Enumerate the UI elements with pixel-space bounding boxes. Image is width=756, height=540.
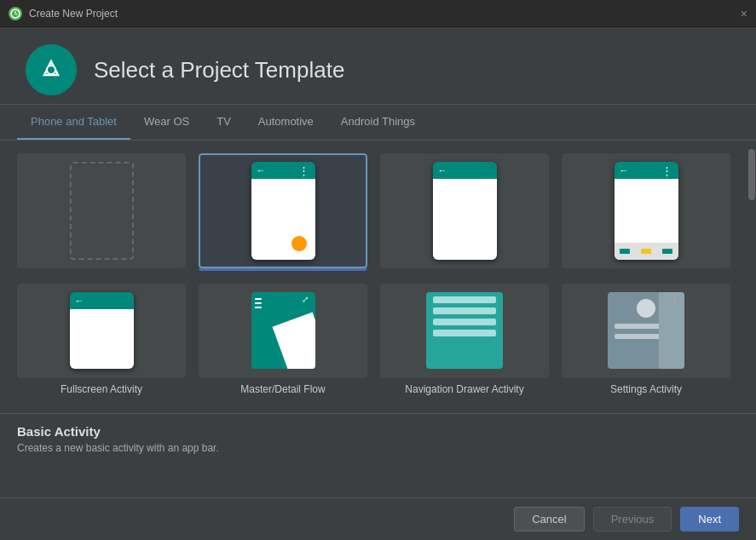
phone-body: [251, 179, 315, 260]
master-detail-preview: ⤢: [199, 284, 367, 379]
expand-icon: ⤢: [121, 312, 129, 323]
settings-preview: ⋮: [562, 284, 730, 379]
scrollbar-thumb[interactable]: [748, 149, 755, 200]
basic-activity-label: Basic Activity: [199, 268, 367, 271]
selected-template-description: Creates a new basic activity with an app…: [17, 442, 739, 454]
template-basic-activity[interactable]: ← ⋮ Basic Activity: [199, 153, 367, 271]
fullscreen-back-icon: ←: [75, 296, 84, 306]
tab-automotive[interactable]: Automotive: [245, 105, 327, 140]
bottom-nav-item-1: [620, 249, 630, 254]
list-line-3: [433, 319, 496, 325]
footer: Cancel Previous Next: [0, 497, 756, 540]
fab-button: [291, 236, 307, 251]
back-arrow-icon: ←: [257, 165, 266, 175]
template-bottom-navigation[interactable]: ← ⋮ Bottom Navigation Activity: [562, 153, 730, 271]
bottom-nav-back-icon: ←: [620, 165, 629, 175]
bottom-nav-label: Bottom Navigation Activity: [562, 268, 730, 271]
basic-activity-preview: ← ⋮: [199, 153, 367, 268]
template-settings[interactable]: ⋮ Settings Activity: [562, 284, 730, 401]
svg-point-2: [47, 66, 55, 74]
tab-wear-os[interactable]: Wear OS: [130, 105, 203, 140]
title-bar: Create New Project ×: [0, 0, 756, 27]
settings-label: Settings Activity: [562, 378, 730, 400]
description-bar: Basic Activity Creates a new basic activ…: [0, 413, 756, 481]
template-empty-activity[interactable]: ← Empty Activity: [380, 153, 549, 271]
empty-activity-label: Empty Activity: [380, 268, 549, 271]
selected-template-title: Basic Activity: [17, 424, 739, 439]
bottom-nav-preview: ← ⋮: [562, 153, 730, 268]
page-title: Select a Project Template: [94, 57, 344, 83]
bottom-nav-mockup: ← ⋮: [615, 162, 678, 260]
bottom-nav-item-2: [641, 249, 651, 254]
template-tabs: Phone and Tablet Wear OS TV Automotive A…: [0, 105, 756, 141]
previous-button[interactable]: Previous: [593, 507, 672, 531]
no-activity-label: No Activity: [17, 268, 186, 271]
tab-phone-tablet[interactable]: Phone and Tablet: [17, 105, 130, 140]
diagonal-panel: [272, 313, 315, 369]
empty-back-arrow-icon: ←: [438, 165, 447, 175]
master-detail-label: Master/Detail Flow: [199, 378, 367, 400]
template-master-detail[interactable]: ⤢ Master/Detail Flow: [199, 284, 367, 401]
fullscreen-top-bar: ←: [70, 292, 134, 309]
settings-mockup: ⋮: [608, 292, 684, 369]
bottom-nav-top-bar: ← ⋮: [615, 162, 678, 179]
window-title: Create New Project: [29, 8, 118, 20]
navigation-drawer-label: Navigation Drawer Activity: [380, 378, 549, 400]
empty-phone-body: [433, 179, 497, 260]
fullscreen-label: Fullscreen Activity: [17, 378, 186, 400]
fullscreen-preview: ← ⤢: [17, 284, 186, 379]
navigation-drawer-preview: [380, 284, 549, 379]
empty-activity-preview: ←: [380, 153, 549, 268]
list-line-4: [433, 330, 496, 336]
phone-top-bar: ← ⋮: [251, 162, 315, 179]
android-studio-logo: [26, 44, 77, 95]
settings-avatar-icon: [637, 299, 655, 318]
menu-dots-icon: ⋮: [298, 164, 310, 177]
app-icon: [9, 7, 22, 20]
tab-tv[interactable]: TV: [203, 105, 245, 140]
scrollbar-track[interactable]: [747, 141, 756, 413]
master-detail-mockup: ⤢: [251, 292, 315, 369]
bottom-nav-bar: [615, 243, 678, 260]
template-navigation-drawer[interactable]: Navigation Drawer Activity: [380, 284, 549, 401]
navigation-drawer-mockup: [426, 292, 503, 369]
header: Select a Project Template: [0, 27, 756, 105]
list-line-1: [433, 296, 496, 303]
title-bar-left: Create New Project: [9, 7, 118, 20]
no-activity-icon: [70, 162, 134, 260]
template-fullscreen[interactable]: ← ⤢ Fullscreen Activity: [17, 284, 186, 401]
template-no-activity[interactable]: No Activity: [17, 153, 186, 271]
cancel-button[interactable]: Cancel: [514, 507, 584, 531]
bottom-nav-dots-icon: ⋮: [661, 164, 673, 177]
bottom-nav-item-3: [662, 249, 672, 254]
next-button[interactable]: Next: [680, 507, 739, 531]
template-grid: No Activity ← ⋮ Basic Activity: [0, 141, 747, 413]
basic-activity-mockup: ← ⋮: [251, 162, 315, 260]
fullscreen-mockup: ← ⤢: [70, 292, 134, 369]
list-line-2: [433, 307, 496, 314]
tab-android-things[interactable]: Android Things: [327, 105, 429, 140]
bottom-nav-body: [615, 179, 678, 260]
close-button[interactable]: ×: [741, 7, 747, 20]
empty-activity-mockup: ←: [433, 162, 497, 260]
no-activity-preview: [17, 153, 186, 268]
empty-phone-top-bar: ←: [433, 162, 497, 179]
